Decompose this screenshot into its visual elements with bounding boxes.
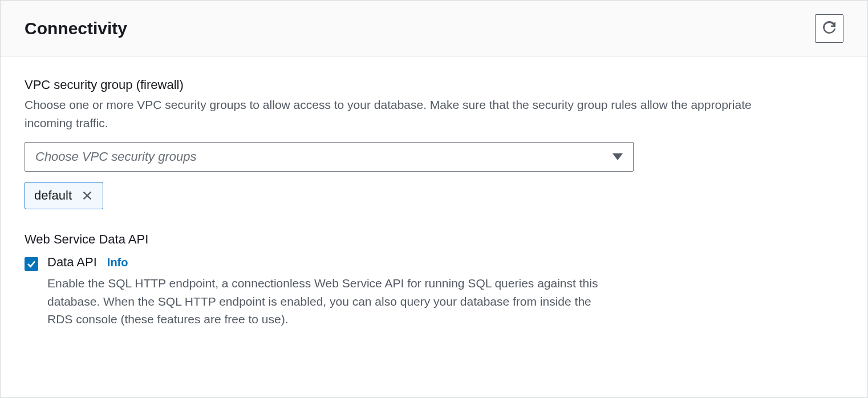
data-api-section: Web Service Data API Data API Info Enabl…	[25, 232, 843, 328]
token-label: default	[34, 188, 72, 203]
panel-header: Connectivity	[1, 1, 867, 57]
data-api-checkbox[interactable]	[25, 257, 38, 271]
vpc-security-group-section: VPC security group (firewall) Choose one…	[25, 78, 843, 209]
select-placeholder: Choose VPC security groups	[35, 149, 196, 164]
vpc-security-group-select[interactable]: Choose VPC security groups	[25, 142, 634, 172]
info-link[interactable]: Info	[107, 256, 128, 269]
data-api-section-label: Web Service Data API	[25, 232, 843, 247]
caret-down-icon	[613, 153, 623, 160]
close-icon	[81, 189, 94, 202]
data-api-label: Data API	[47, 255, 97, 270]
vpc-description: Choose one or more VPC security groups t…	[25, 96, 800, 132]
refresh-button[interactable]	[815, 14, 843, 43]
panel-title: Connectivity	[25, 19, 127, 38]
data-api-checkbox-row: Data API Info Enable the SQL HTTP endpoi…	[25, 255, 843, 328]
connectivity-panel: Connectivity VPC security group (firewal…	[0, 0, 868, 398]
vpc-label: VPC security group (firewall)	[25, 78, 843, 92]
data-api-description: Enable the SQL HTTP endpoint, a connecti…	[47, 274, 612, 328]
checkbox-content: Data API Info Enable the SQL HTTP endpoi…	[47, 255, 612, 328]
checkbox-title-row: Data API Info	[47, 255, 612, 270]
remove-token-button[interactable]	[81, 189, 94, 202]
refresh-icon	[822, 21, 837, 37]
selected-group-token: default	[25, 182, 103, 209]
panel-body: VPC security group (firewall) Choose one…	[1, 57, 867, 349]
check-icon	[26, 259, 36, 269]
